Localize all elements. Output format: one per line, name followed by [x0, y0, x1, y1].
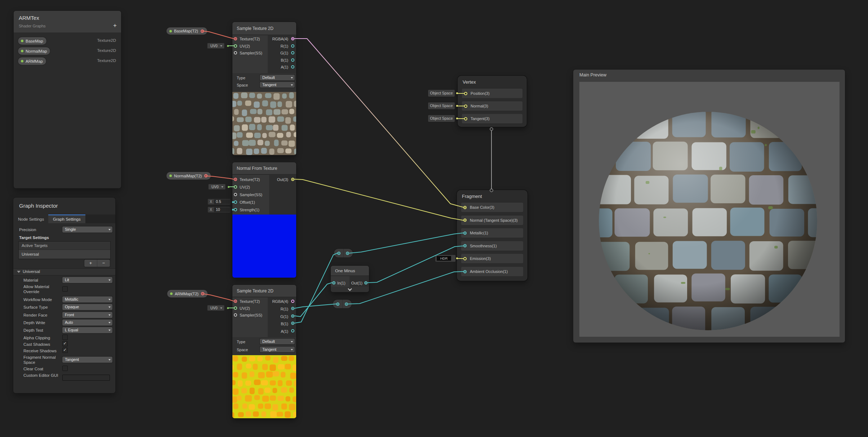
alpha-clipping-checkbox[interactable] [62, 335, 68, 340]
main-preview-viewport[interactable] [579, 82, 840, 337]
uv-channel-dropdown[interactable]: UV0 [207, 305, 224, 311]
input-port-sampler[interactable] [234, 313, 237, 317]
allow-material-override-checkbox[interactable] [62, 286, 68, 292]
tab-graph-settings[interactable]: Graph Settings [48, 215, 85, 223]
redirect-node-ao[interactable] [333, 300, 352, 308]
custom-editor-gui-input[interactable] [62, 375, 110, 381]
node-fragment[interactable]: Fragment Base Color(3) Normal (Tangent S… [457, 190, 528, 281]
output-port-a[interactable] [291, 329, 294, 332]
input-port-normal-ts[interactable] [463, 218, 467, 222]
property-pill-normalmap[interactable]: NormalMap [18, 47, 50, 55]
output-port-a[interactable] [291, 65, 294, 69]
clear-coat-checkbox[interactable] [62, 366, 68, 371]
input-port-position[interactable] [464, 92, 467, 95]
output-port-b[interactable] [291, 322, 294, 325]
render-face-dropdown[interactable]: Front [62, 312, 112, 318]
output-port-b[interactable] [291, 58, 294, 62]
fragment-row-base-color[interactable]: Base Color(3) [461, 203, 523, 212]
uv-channel-dropdown[interactable]: UV0 [207, 43, 224, 49]
add-target-button[interactable]: + [84, 260, 97, 267]
input-port-ao[interactable] [463, 270, 467, 273]
space-dropdown[interactable]: Tangent [260, 82, 295, 88]
output-port-g[interactable] [291, 51, 294, 54]
output-port-r[interactable] [291, 307, 294, 310]
node-one-minus[interactable]: One Minus In(1) Out(1) [331, 266, 369, 292]
strength-value-field[interactable]: X 10 [208, 207, 231, 213]
workflow-mode-dropdown[interactable]: Metallic [62, 296, 112, 303]
vertex-row-position[interactable]: Position(3) [462, 89, 522, 98]
collapse-strip[interactable] [331, 287, 369, 292]
emission-hdr-widget[interactable]: HDR [435, 255, 455, 262]
property-pill-armmap[interactable]: ARMMap [18, 57, 46, 65]
input-port-sampler[interactable] [234, 51, 237, 54]
property-pill-basemap[interactable]: BaseMap [18, 37, 46, 45]
redirect-in-port[interactable] [337, 252, 340, 255]
input-port-offset[interactable] [234, 200, 237, 204]
output-port-r[interactable] [291, 44, 294, 48]
depth-test-dropdown[interactable]: L Equal [62, 327, 112, 333]
fragment-row-ambient-occlusion[interactable]: Ambient Occlusion(1) [461, 267, 523, 276]
output-port[interactable] [201, 30, 204, 33]
input-port-base-color[interactable] [463, 206, 467, 209]
material-dropdown[interactable]: Lit [62, 277, 112, 283]
redirect-in-port[interactable] [336, 303, 339, 306]
offset-value-field[interactable]: X 0.5 [208, 199, 231, 205]
fragment-row-normal[interactable]: Normal (Tangent Space)(3) [461, 216, 523, 225]
output-port[interactable] [201, 292, 204, 295]
input-port-texture[interactable] [234, 37, 237, 40]
input-port-uv[interactable] [234, 44, 237, 48]
output-port-rgba[interactable] [291, 37, 294, 40]
input-port-sampler[interactable] [234, 193, 237, 196]
node-sample-texture-2d-2[interactable]: Sample Texture 2D Texture(T2) UV(2) Samp… [232, 285, 296, 418]
input-port-texture[interactable] [234, 300, 237, 303]
node-vertex[interactable]: Vertex Position(3) Normal(3) Tangent(3) [458, 76, 527, 127]
input-port-tangent[interactable] [464, 117, 467, 120]
output-port-g[interactable] [291, 314, 294, 318]
uv-channel-dropdown[interactable]: UV0 [208, 184, 226, 190]
main-preview-panel[interactable]: Main Preview [573, 70, 845, 343]
node-property-armmap[interactable]: ARMMap(T2) [167, 290, 208, 297]
node-property-normalmap[interactable]: NormalMap(T2) [166, 172, 211, 180]
input-port-uv[interactable] [234, 185, 237, 189]
target-item-universal[interactable]: Universal [19, 250, 110, 259]
space-binding-pill[interactable]: Object Space [428, 115, 455, 122]
node-sample-texture-2d-1[interactable]: Sample Texture 2D Texture(T2) UV(2) Samp… [232, 22, 296, 155]
surface-type-dropdown[interactable]: Opaque [62, 304, 112, 310]
depth-write-dropdown[interactable]: Auto [62, 319, 112, 326]
input-port-texture[interactable] [234, 178, 237, 181]
input-port-metallic[interactable] [463, 231, 467, 235]
receive-shadows-checkbox[interactable] [62, 348, 68, 353]
space-dropdown[interactable]: Tangent [260, 346, 295, 352]
output-port[interactable] [204, 174, 208, 177]
add-property-button[interactable]: + [113, 22, 117, 28]
tab-node-settings[interactable]: Node Settings [13, 215, 49, 223]
blackboard-panel[interactable]: ARMTex Shader Graphs + BaseMap Texture2D… [14, 11, 121, 188]
redirect-out-port[interactable] [346, 252, 349, 255]
type-dropdown[interactable]: Default [260, 75, 295, 80]
space-binding-pill[interactable]: Object Space [428, 102, 455, 109]
input-port-smoothness[interactable] [463, 244, 467, 247]
precision-dropdown[interactable]: Single [62, 226, 112, 233]
input-port-emission[interactable] [463, 257, 467, 260]
fragment-normal-space-dropdown[interactable]: Tangent [62, 357, 112, 363]
fragment-row-emission[interactable]: Emission(3) [461, 254, 523, 263]
output-port-out[interactable] [291, 178, 294, 181]
type-dropdown[interactable]: Default [260, 339, 295, 344]
output-port-out[interactable] [364, 281, 368, 284]
output-port-rgba[interactable] [291, 300, 294, 303]
remove-target-button[interactable]: − [97, 260, 110, 267]
node-property-basemap[interactable]: BaseMap(T2) [166, 27, 207, 35]
input-port-strength[interactable] [234, 208, 237, 211]
vertex-row-tangent[interactable]: Tangent(3) [462, 114, 522, 123]
redirect-node-metallic[interactable] [334, 249, 353, 257]
cast-shadows-checkbox[interactable] [62, 341, 68, 346]
input-port-normal[interactable] [464, 105, 467, 108]
fragment-row-metallic[interactable]: Metallic(1) [461, 228, 523, 238]
graph-inspector-panel[interactable]: Graph Inspector Node Settings Graph Sett… [13, 198, 115, 393]
redirect-out-port[interactable] [345, 303, 348, 306]
input-port-in[interactable] [332, 281, 335, 284]
node-normal-from-texture[interactable]: Normal From Texture Texture(T2) UV(2) Sa… [232, 162, 296, 278]
fragment-row-smoothness[interactable]: Smoothness(1) [461, 241, 523, 251]
input-port-uv[interactable] [234, 306, 237, 310]
universal-foldout[interactable]: Universal [13, 268, 115, 275]
